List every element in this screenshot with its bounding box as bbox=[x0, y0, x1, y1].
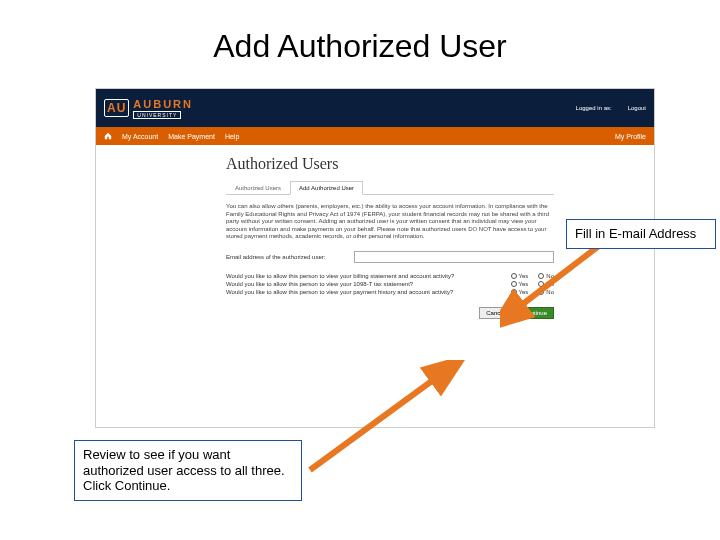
nav-my-profile[interactable]: My Profile bbox=[615, 133, 646, 140]
nav-make-payment[interactable]: Make Payment bbox=[168, 133, 215, 140]
continue-button[interactable]: Continue bbox=[516, 307, 554, 319]
email-input[interactable] bbox=[354, 251, 554, 263]
app-header: AU AUBURN UNIVERSITY Logged in as: Logou… bbox=[96, 89, 654, 127]
nav-help[interactable]: Help bbox=[225, 133, 239, 140]
logged-in-label: Logged in as: bbox=[576, 105, 612, 111]
question-3: Would you like to allow this person to v… bbox=[226, 289, 554, 295]
question-2-text: Would you like to allow this person to v… bbox=[226, 281, 413, 287]
q1-no[interactable]: No bbox=[538, 273, 554, 279]
q1-yes[interactable]: Yes bbox=[511, 273, 529, 279]
slide-title: Add Authorized User bbox=[0, 0, 720, 75]
email-row: Email address of the authorized user: bbox=[226, 251, 554, 263]
radio-icon bbox=[538, 273, 544, 279]
logo-mark: AU bbox=[104, 99, 129, 117]
app-screenshot: AU AUBURN UNIVERSITY Logged in as: Logou… bbox=[95, 88, 655, 428]
brand-logo: AU AUBURN UNIVERSITY bbox=[104, 98, 193, 119]
radio-icon bbox=[511, 273, 517, 279]
email-label: Email address of the authorized user: bbox=[226, 254, 346, 260]
tab-authorized-users[interactable]: Authorized Users bbox=[226, 181, 290, 194]
q2-yes[interactable]: Yes bbox=[511, 281, 529, 287]
callout-review: Review to see if you want authorized use… bbox=[74, 440, 302, 501]
nav-bar: My Account Make Payment Help My Profile bbox=[96, 127, 654, 145]
tab-add-authorized-user[interactable]: Add Authorized User bbox=[290, 181, 363, 195]
nav-my-account[interactable]: My Account bbox=[122, 133, 158, 140]
q3-yes[interactable]: Yes bbox=[511, 289, 529, 295]
header-right: Logged in as: Logout bbox=[576, 105, 646, 111]
page-heading: Authorized Users bbox=[226, 155, 554, 173]
question-1-text: Would you like to allow this person to v… bbox=[226, 273, 454, 279]
tabs: Authorized Users Add Authorized User bbox=[226, 181, 554, 195]
button-row: Cancel Continue bbox=[226, 307, 554, 319]
radio-icon bbox=[511, 281, 517, 287]
radio-icon bbox=[538, 289, 544, 295]
callout-email: Fill in E-mail Address bbox=[566, 219, 716, 249]
q3-no[interactable]: No bbox=[538, 289, 554, 295]
cancel-button[interactable]: Cancel bbox=[479, 307, 512, 319]
question-1: Would you like to allow this person to v… bbox=[226, 273, 554, 279]
logo-subtext: UNIVERSITY bbox=[133, 111, 181, 119]
logout-link[interactable]: Logout bbox=[628, 105, 646, 111]
question-2: Would you like to allow this person to v… bbox=[226, 281, 554, 287]
question-3-text: Would you like to allow this person to v… bbox=[226, 289, 453, 295]
home-icon[interactable] bbox=[104, 132, 112, 140]
radio-icon bbox=[511, 289, 517, 295]
radio-icon bbox=[538, 281, 544, 287]
q2-no[interactable]: No bbox=[538, 281, 554, 287]
ferpa-description: You can also allow others (parents, empl… bbox=[226, 203, 554, 241]
logo-text: AUBURN bbox=[133, 98, 193, 110]
